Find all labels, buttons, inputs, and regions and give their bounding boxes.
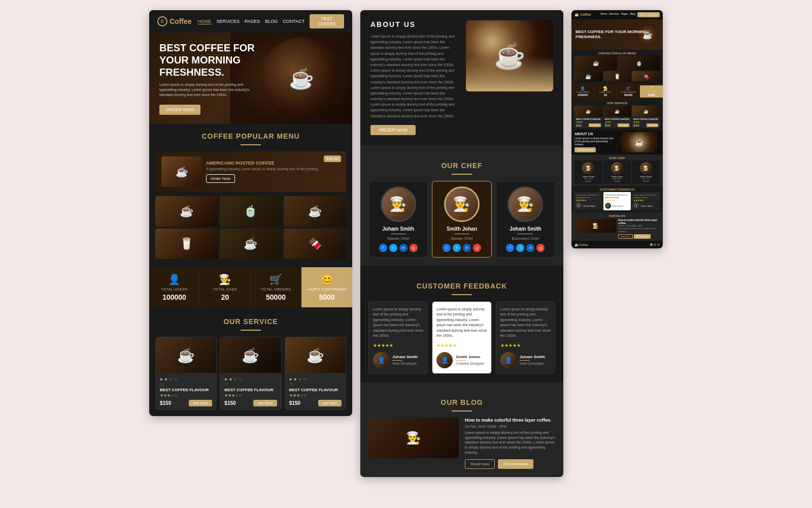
mini-nav-2: Services xyxy=(609,12,619,17)
share-icon-2[interactable]: ⟳ xyxy=(239,377,243,382)
feedback-avatar-2: 👤 xyxy=(436,352,453,368)
mini-about-section: ABOUT US Lorem ipsum is simply dummy tex… xyxy=(571,130,663,154)
service-price-row-3: $150 See More xyxy=(289,400,342,406)
twitter-icon-2[interactable]: t xyxy=(453,244,461,252)
blog-underline xyxy=(452,410,472,411)
menu-item-6: 🍫 xyxy=(284,229,346,259)
menu-order-button[interactable]: Order Now xyxy=(206,174,235,183)
stat-users-label: TOTAL USERS xyxy=(161,288,188,291)
service-see-more-3[interactable]: See More xyxy=(318,400,342,406)
linkedin-icon-2[interactable]: in xyxy=(463,244,471,252)
mini-feedback-3: Lorem ipsum dummy text printing industry… xyxy=(632,192,660,210)
linkedin-icon-1[interactable]: in xyxy=(399,244,408,252)
facebook-icon-2[interactable]: f xyxy=(443,244,451,252)
menu-item-1: ☕ xyxy=(155,196,218,227)
heart-icon-8[interactable]: ♥ xyxy=(294,377,296,382)
service-underline xyxy=(241,330,261,331)
hero-order-button[interactable]: ORDER NOW xyxy=(159,105,200,115)
nav-pages[interactable]: PAGES xyxy=(245,19,260,24)
stat-users: 👤 TOTAL USERS 100000 xyxy=(149,267,200,307)
feedback-user-3: 👤 Joham Smith Web Developer xyxy=(500,352,551,368)
service-see-more-1[interactable]: See More xyxy=(189,400,212,406)
mini-see-more-1[interactable]: See More xyxy=(589,123,600,127)
google-icon-3[interactable]: g xyxy=(536,244,545,252)
stat-customers-label: HAPPY CUSTOMERS xyxy=(307,288,347,291)
mini-service-price-row-3: $150 See More xyxy=(633,123,658,127)
mini-nav-3: Pages xyxy=(621,12,628,17)
hero-title: BEST COFFEE FOR YOUR MORNING FRESHNESS. xyxy=(159,42,261,78)
service-price-3: $150 xyxy=(289,400,300,406)
panel-small-preview: ☕ Coffee Home Services Pages Blog TEST C… xyxy=(571,10,663,248)
twitter-icon-1[interactable]: t xyxy=(389,244,397,252)
heart-icon-2[interactable]: ♥ xyxy=(164,377,167,382)
blog-image: 👨‍🍳 xyxy=(368,418,459,458)
service-see-more-2[interactable]: See More xyxy=(253,400,277,406)
nav-blog[interactable]: BLOG xyxy=(265,19,278,24)
share-icon-3[interactable]: ⟳ xyxy=(303,377,308,382)
panel-middle-view: ABOUT US Lorem ipsum is simply dummy tex… xyxy=(360,10,563,477)
service-num-1: 01 xyxy=(160,382,212,387)
mini-hero: BEST COFFEE FOR YOUR MORNING FRESHNESS. … xyxy=(571,19,663,50)
heart-icon-5[interactable]: ♥ xyxy=(229,377,232,382)
mini-service-img-2: ☕ xyxy=(603,106,631,117)
menu-item-5: ☕ xyxy=(220,229,282,259)
logo[interactable]: C Coffee xyxy=(157,16,192,26)
mini-about-cta[interactable]: ORDER NOW xyxy=(574,147,596,152)
mini-see-more-2[interactable]: See More xyxy=(618,123,629,127)
service-icons-2: ♥ ♥ ♥ ⟳ xyxy=(224,377,277,382)
chef-underline xyxy=(452,174,472,175)
blog-section: OUR BLOG 👨‍🍳 How to make colorful three … xyxy=(360,382,563,477)
service-name-1: BEST COFFEE FLAVOUR xyxy=(160,388,212,392)
facebook-icon-3[interactable]: f xyxy=(506,244,514,252)
mini-service-info-1: BEST COFFEE FLAVOUR ★★★ $150 See More xyxy=(574,117,602,128)
stat-users-value: 100000 xyxy=(162,293,186,301)
about-order-button[interactable]: ORDER NOW xyxy=(370,125,416,135)
linkedin-icon-3[interactable]: in xyxy=(526,244,534,252)
heart-icon-4[interactable]: ♥ xyxy=(224,377,227,382)
feedback-underline xyxy=(452,294,472,295)
heart-icon-9[interactable]: ♥ xyxy=(298,377,301,382)
nav-contact[interactable]: CONTACT xyxy=(283,19,304,24)
mini-about-title: ABOUT US xyxy=(574,132,616,136)
mini-chef-stars-1: ★★★ xyxy=(576,180,601,182)
feedback-section: CUSTOMER FEEDBACK Lorem ipsum is simply … xyxy=(360,266,563,382)
mini-navbar: ☕ Coffee Home Services Pages Blog TEST C… xyxy=(571,10,663,19)
google-icon-2[interactable]: g xyxy=(473,244,481,252)
facebook-icon-1[interactable]: f xyxy=(379,244,387,252)
stats-bar: 👤 TOTAL USERS 100000 👨‍🍳 TOTAL CHEF 20 🛒… xyxy=(149,267,352,307)
mini-cta: TEST COFFEE xyxy=(637,12,660,17)
service-info-3: ♥ ♥ ♥ ⟳ 03 BEST COFFEE FLAVOUR ★★★☆☆ $15… xyxy=(285,373,346,409)
menu-underline xyxy=(241,144,261,145)
heart-icon-6[interactable]: ♥ xyxy=(234,377,236,382)
share-icon-1[interactable]: ⟳ xyxy=(174,377,178,382)
mini-feedback-name-2: Smith Johan xyxy=(612,205,623,207)
mini-see-more-3[interactable]: See More xyxy=(647,123,658,127)
stat-chef-label: TOTAL CHEF xyxy=(213,288,238,291)
mini-comments-button[interactable]: 20 Comments xyxy=(634,234,651,239)
nav-services[interactable]: SERVICES xyxy=(217,19,240,24)
stat-customers: 😊 HAPPY CUSTOMERS 5000 xyxy=(301,267,352,307)
about-text: ABOUT US Lorem ipsum is simply dummy tex… xyxy=(370,20,458,135)
chef-grid: 👨‍🍳 Joham Smith Master Chef f t in g 👨‍🍳… xyxy=(368,181,555,258)
test-coffee-button[interactable]: TEST COFFEE xyxy=(310,14,344,28)
blog-post-date: 24 Feb, 2020 10AM - 5PM xyxy=(465,425,555,428)
heart-icon-1[interactable]: ♥ xyxy=(160,377,162,382)
about-section: ABOUT US Lorem ipsum is simply dummy tex… xyxy=(360,10,563,145)
chef-card-1: 👨‍🍳 Joham Smith Master Chef f t in g xyxy=(368,181,428,258)
mini-blog-image: 👨‍🍳 xyxy=(574,218,616,233)
blog-comments-button[interactable]: 20 Comments xyxy=(498,459,533,469)
nav-home[interactable]: HOME xyxy=(198,19,212,24)
mini-service-price-row-2: $150 See More xyxy=(605,123,630,127)
service-section: OUR SERVICE ☕ ♥ ♥ ♥ ⟳ 01 BEST COFFEE FLA… xyxy=(149,309,352,416)
chef-divider-1 xyxy=(391,234,406,234)
heart-icon-7[interactable]: ♥ xyxy=(289,377,292,382)
menu-featured-info: AMERICANO ROSTED COFFEE A typesetting in… xyxy=(206,161,340,183)
blog-read-button[interactable]: Read Now xyxy=(465,459,495,469)
mini-read-button[interactable]: Read Now xyxy=(618,234,633,239)
mini-about-text-col: ABOUT US Lorem ipsum is simply dummy tex… xyxy=(574,132,616,152)
mini-service-info-3: BEST COFFEE FLAVOUR ★★★ $150 See More xyxy=(632,117,660,128)
twitter-icon-3[interactable]: t xyxy=(516,244,524,252)
google-icon-1[interactable]: g xyxy=(410,244,418,252)
heart-icon-3[interactable]: ♥ xyxy=(170,377,172,382)
stat-chef: 👨‍🍳 TOTAL CHEF 20 xyxy=(200,267,251,307)
